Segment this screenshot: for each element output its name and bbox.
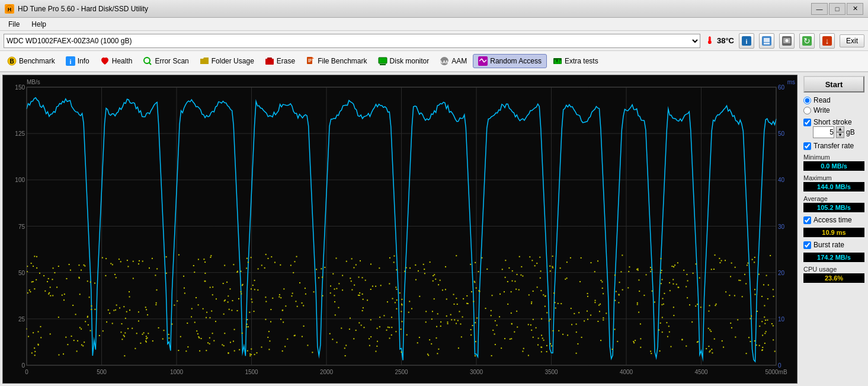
access-time-label: Access time [813,216,852,224]
refresh-icon-button[interactable]: ↻ [799,33,815,49]
exit-button[interactable]: Exit [840,34,864,47]
short-stroke-checkbox-label[interactable]: Short stroke [803,118,864,126]
tab-health[interactable]: Health [95,55,137,68]
short-stroke-group: Short stroke ▲ ▼ gB [803,118,864,138]
tab-error-scan[interactable]: Error Scan [138,55,193,68]
svg-text:i: i [69,58,71,65]
screenshot-icon-button[interactable] [779,33,795,49]
tab-info[interactable]: i Info [61,55,94,68]
average-value: 105.2 MB/s [803,203,864,212]
minimize-button[interactable]: — [811,3,828,15]
toolbar: B Benchmark i Info Health Error Scan Fol… [0,51,868,72]
minimum-value: 0.0 MB/s [803,161,864,171]
stroke-input-row: ▲ ▼ gB [813,126,864,138]
tab-disk-monitor[interactable]: Disk monitor [373,55,434,68]
tab-extra-tests[interactable]: Extra tests [548,55,603,68]
temperature-display: 🌡 38°C [705,36,734,46]
cpu-usage-value: 23.6% [803,273,864,283]
tab-benchmark[interactable]: B Benchmark [2,55,60,68]
tab-random-access[interactable]: Random Access [473,54,547,68]
svg-rect-20 [265,59,274,65]
burst-rate-stat: 174.2 MB/s [803,253,864,262]
access-time-checkbox[interactable] [803,216,811,224]
down-icon-button[interactable]: ↓ [819,33,835,49]
access-time-stat: 10.9 ms [803,228,864,237]
write-radio-label[interactable]: Write [803,106,864,114]
window-controls: — □ ✕ [811,3,863,15]
maximum-value: 144.0 MB/s [803,182,864,192]
stroke-spinner: ▲ ▼ [836,126,844,138]
svg-text:i: i [745,38,747,45]
transfer-rate-checkbox-label[interactable]: Transfer rate [803,142,864,150]
svg-text:H: H [8,7,12,12]
app-icon: H [5,4,14,14]
right-panel: Start Read Write Short stroke ▲ ▼ [800,72,868,386]
cpu-usage-stat: CPU usage 23.6% [803,266,864,283]
tab-aam[interactable]: AAM AAM [435,55,472,68]
transfer-rate-checkbox[interactable] [803,142,811,150]
svg-rect-5 [764,38,770,42]
menubar: File Help [0,18,868,31]
svg-rect-28 [380,64,386,65]
stroke-down-button[interactable]: ▼ [836,132,844,138]
average-label: Average [803,195,864,202]
svg-rect-21 [267,58,272,59]
maximum-stat: Maximum 144.0 MB/s [803,174,864,192]
average-stat: Average 105.2 MB/s [803,195,864,212]
main-content: Start Read Write Short stroke ▲ ▼ [0,72,868,386]
maximize-button[interactable]: □ [829,3,845,15]
burst-rate-checkbox-label[interactable]: Burst rate [803,241,864,249]
benchmark-chart [3,75,797,383]
minimum-label: Minimum [803,154,864,161]
short-stroke-checkbox[interactable] [803,119,811,126]
cpu-usage-label: CPU usage [803,266,864,273]
thermometer-icon: 🌡 [705,36,715,46]
transfer-rate-label: Transfer rate [813,142,854,150]
close-button[interactable]: ✕ [847,3,863,15]
read-radio-label[interactable]: Read [803,96,864,104]
svg-marker-23 [312,57,314,59]
stroke-up-button[interactable]: ▲ [836,126,844,132]
titlebar: H HD Tune Pro 5.60 - Hard Disk/SSD Utili… [0,0,868,18]
drivebar: WDC WD1002FAEX-00Z3A0 (1000 gB) 🌡 38°C i… [0,31,868,51]
access-time-value: 10.9 ms [803,228,864,237]
svg-text:↻: ↻ [803,36,811,46]
save-icon-button[interactable] [759,33,774,49]
start-button[interactable]: Start [803,76,864,92]
access-time-checkbox-label[interactable]: Access time [803,216,864,224]
menu-help[interactable]: Help [25,19,52,30]
temperature-value: 38°C [717,36,734,45]
read-radio[interactable] [803,97,811,104]
svg-line-19 [149,63,152,65]
svg-text:↓: ↓ [825,36,829,46]
tab-folder-usage[interactable]: Folder Usage [195,55,259,68]
app-title: HD Tune Pro 5.60 - Hard Disk/SSD Utility [18,5,811,13]
svg-rect-27 [379,58,387,63]
menu-file[interactable]: File [2,19,25,30]
maximum-label: Maximum [803,174,864,181]
read-write-group: Read Write [803,96,864,114]
write-radio[interactable] [803,107,811,114]
drive-selector[interactable]: WDC WD1002FAEX-00Z3A0 (1000 gB) [4,34,700,48]
short-stroke-label: Short stroke [813,118,852,126]
info-icon-button[interactable]: i [739,33,754,49]
stroke-value-input[interactable] [813,126,834,138]
svg-text:AAM: AAM [440,59,449,65]
read-label: Read [813,96,831,104]
svg-text:B: B [9,58,14,65]
tab-file-benchmark[interactable]: File Benchmark [301,55,371,68]
write-label: Write [813,106,830,114]
chart-area [2,75,797,384]
svg-point-9 [785,39,788,42]
stroke-unit: gB [846,128,855,136]
burst-rate-label: Burst rate [813,241,844,249]
svg-rect-6 [764,43,770,44]
tab-erase[interactable]: Erase [260,55,300,68]
burst-rate-value: 174.2 MB/s [803,253,864,262]
minimum-stat: Minimum 0.0 MB/s [803,154,864,171]
burst-rate-checkbox[interactable] [803,241,811,249]
